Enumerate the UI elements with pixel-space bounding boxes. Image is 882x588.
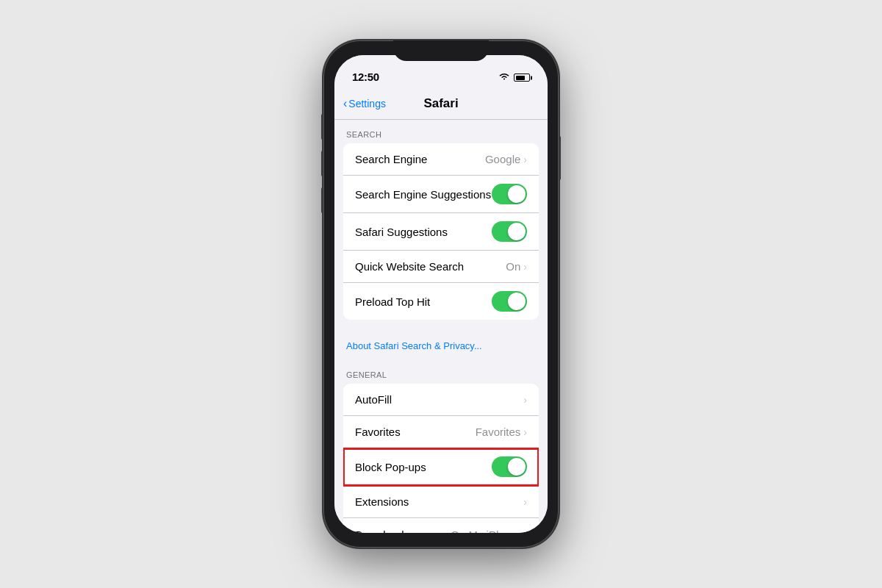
favorites-value: Favorites (476, 426, 521, 438)
search-engine-value: Google (485, 153, 520, 165)
favorites-label: Favorites (355, 426, 401, 438)
search-engine-chevron-icon: › (523, 154, 527, 165)
back-chevron-icon: ‹ (343, 97, 347, 110)
favorites-chevron-icon: › (523, 426, 527, 438)
search-engine-row[interactable]: Search Engine Google › (343, 143, 539, 176)
page-title: Safari (423, 96, 458, 111)
safari-suggestions-row[interactable]: Safari Suggestions (343, 213, 539, 251)
extensions-chevron-icon: › (523, 496, 527, 508)
search-engine-right: Google › (485, 153, 527, 165)
search-list-group: Search Engine Google › Search Engine Sug… (343, 143, 539, 320)
toggle-thumb (508, 293, 526, 310)
toggle-thumb (508, 185, 526, 203)
favorites-row[interactable]: Favorites Favorites › (343, 416, 539, 448)
extensions-right: › (523, 496, 527, 508)
extensions-row[interactable]: Extensions › (343, 486, 539, 518)
quick-website-search-value: On (506, 260, 520, 273)
safari-suggestions-toggle[interactable] (492, 221, 527, 242)
preload-top-hit-row[interactable]: Preload Top Hit (343, 283, 539, 320)
quick-website-search-label: Quick Website Search (355, 260, 464, 273)
back-label: Settings (348, 98, 386, 110)
downloads-chevron-icon: › (523, 528, 527, 533)
nav-bar: ‹ Settings Safari (334, 87, 548, 120)
status-time: 12:50 (352, 71, 379, 83)
search-engine-suggestions-label: Search Engine Suggestions (355, 188, 491, 201)
general-section-header: GENERAL (334, 360, 548, 384)
search-section-header: SEARCH (334, 120, 548, 143)
downloads-row[interactable]: Downloads On My iPhone › (343, 518, 539, 533)
general-list-group: AutoFill › Favorites Favorites › Blo (343, 384, 539, 533)
downloads-value: On My iPhone (451, 528, 520, 534)
autofill-label: AutoFill (355, 393, 392, 406)
block-popups-toggle[interactable] (492, 456, 527, 477)
status-icons (498, 72, 530, 83)
search-engine-suggestions-toggle[interactable] (492, 184, 527, 204)
phone-frame: 12:50 ‹ Settings Safari (323, 40, 559, 548)
back-button[interactable]: ‹ Settings (343, 97, 386, 110)
autofill-chevron-icon: › (523, 394, 527, 406)
preload-top-hit-toggle[interactable] (492, 291, 527, 312)
wifi-icon (498, 72, 510, 83)
search-engine-suggestions-row[interactable]: Search Engine Suggestions (343, 176, 539, 213)
preload-top-hit-label: Preload Top Hit (355, 295, 430, 308)
phone-notch (393, 40, 489, 61)
block-popups-row[interactable]: Block Pop-ups (343, 448, 539, 486)
search-engine-label: Search Engine (355, 153, 427, 165)
safari-suggestions-label: Safari Suggestions (355, 226, 448, 238)
extensions-label: Extensions (355, 495, 409, 508)
general-section: GENERAL AutoFill › Favorites Favorites › (334, 360, 548, 533)
quick-website-search-row[interactable]: Quick Website Search On › (343, 251, 539, 283)
toggle-thumb (508, 223, 526, 240)
autofill-row[interactable]: AutoFill › (343, 384, 539, 416)
quick-website-search-chevron-icon: › (523, 261, 527, 273)
autofill-right: › (523, 394, 527, 406)
safari-privacy-link[interactable]: About Safari Search & Privacy... (334, 334, 548, 360)
search-section: SEARCH Search Engine Google › Search Eng… (334, 120, 548, 360)
block-popups-label: Block Pop-ups (355, 461, 426, 473)
phone-screen: 12:50 ‹ Settings Safari (334, 55, 548, 533)
toggle-thumb (508, 458, 526, 476)
downloads-right: On My iPhone › (451, 528, 527, 534)
battery-icon (514, 74, 530, 82)
quick-website-search-right: On › (506, 260, 527, 273)
favorites-right: Favorites › (476, 426, 527, 438)
downloads-label: Downloads (355, 528, 409, 534)
settings-content: SEARCH Search Engine Google › Search Eng… (334, 120, 548, 533)
